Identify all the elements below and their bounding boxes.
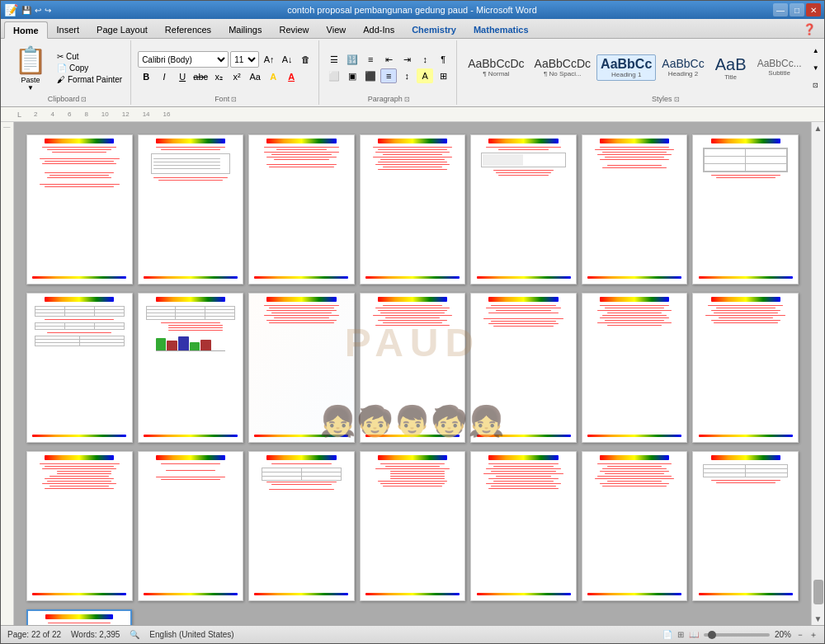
close-button[interactable]: ✕	[806, 3, 821, 16]
cut-button[interactable]: ✂ Cut	[54, 51, 125, 62]
maximize-button[interactable]: □	[790, 3, 804, 16]
view-fullscreen-icon[interactable]: ⊞	[677, 630, 684, 639]
scroll-down-button[interactable]: ▼	[813, 613, 824, 625]
decrease-font-btn[interactable]: A↓	[279, 52, 295, 67]
page-11[interactable]	[360, 293, 466, 443]
page-15[interactable]	[26, 451, 133, 601]
style-heading2[interactable]: AaBbCc Heading 2	[658, 55, 708, 80]
paragraph-expand-icon[interactable]: ⊡	[404, 96, 410, 103]
styles-more[interactable]: ⊡	[808, 78, 824, 92]
page-21[interactable]	[692, 451, 799, 601]
page-5[interactable]	[470, 134, 577, 284]
tab-view[interactable]: View	[318, 21, 355, 38]
underline-button[interactable]: U	[174, 69, 191, 84]
zoom-slider[interactable]	[704, 633, 770, 637]
align-left-button[interactable]: ⬜	[326, 68, 342, 83]
page-4[interactable]	[360, 134, 466, 284]
bullets-button[interactable]: ☰	[326, 52, 342, 67]
subscript-button[interactable]: x₂	[210, 69, 227, 84]
numbering-button[interactable]: 🔢	[344, 52, 361, 67]
tab-references[interactable]: References	[157, 21, 219, 38]
tab-insert[interactable]: Insert	[49, 21, 88, 38]
pages-container[interactable]: PAUD 👧🧒👦🧒👧	[14, 122, 811, 625]
scroll-thumb[interactable]	[813, 580, 823, 604]
cut-icon: ✂	[57, 52, 64, 61]
minimize-button[interactable]: —	[773, 3, 788, 16]
tab-home[interactable]: Home	[4, 21, 48, 39]
clipboard-expand-icon[interactable]: ⊡	[81, 96, 87, 103]
paste-dropdown-icon[interactable]: ▼	[27, 84, 34, 92]
increase-font-btn[interactable]: A↑	[261, 52, 277, 67]
scroll-up-button[interactable]: ▲	[813, 122, 824, 134]
increase-indent-button[interactable]: ⇥	[398, 52, 415, 67]
highlight-button[interactable]: A	[265, 69, 281, 84]
align-right-button[interactable]: ⬛	[362, 68, 379, 83]
style-heading1[interactable]: AaBbCc Heading 1	[596, 54, 656, 82]
zoom-increase-btn[interactable]: ＋	[809, 629, 818, 641]
styles-scroll-down[interactable]: ▼	[808, 60, 824, 75]
font-name-select[interactable]: Calibri (Body)	[138, 51, 229, 68]
tab-addins[interactable]: Add-Ins	[355, 21, 403, 38]
copy-button[interactable]: 📄 Copy	[54, 63, 125, 73]
borders-button[interactable]: ⊞	[435, 68, 451, 83]
page-6[interactable]	[582, 134, 688, 284]
style-no-spacing[interactable]: AaBbCcDc ¶ No Spaci...	[530, 55, 595, 80]
page-16[interactable]	[138, 451, 244, 601]
show-hide-button[interactable]: ¶	[435, 52, 451, 67]
page-20[interactable]	[582, 451, 688, 601]
line-spacing-button[interactable]: ↕	[398, 68, 415, 83]
tab-mathematics[interactable]: Mathematics	[465, 21, 537, 38]
font-color-button[interactable]: A	[283, 69, 299, 84]
page-9[interactable]	[138, 293, 244, 443]
align-center-button[interactable]: ▣	[344, 68, 361, 83]
page-1[interactable]	[26, 134, 133, 284]
styles-scroll-up[interactable]: ▲	[808, 43, 824, 58]
page-19[interactable]	[470, 451, 577, 601]
page-3[interactable]	[248, 134, 355, 284]
multilevel-button[interactable]: ≡	[362, 52, 379, 67]
decrease-indent-button[interactable]: ⇤	[380, 52, 397, 67]
styles-expand-icon[interactable]: ⊡	[674, 96, 680, 103]
page-17[interactable]	[248, 451, 355, 601]
justify-button[interactable]: ≡	[380, 68, 397, 83]
clipboard-group-label: Clipboard ⊡	[9, 95, 125, 103]
style-normal[interactable]: AaBbCcDc ¶ Normal	[464, 55, 528, 80]
quick-access-save[interactable]: 💾	[21, 6, 31, 15]
page-8[interactable]	[26, 293, 133, 443]
format-painter-button[interactable]: 🖌 Format Painter	[54, 74, 125, 85]
tab-review[interactable]: Review	[271, 21, 317, 38]
shading-button[interactable]: A	[417, 68, 433, 83]
style-subtitle[interactable]: AaBbCc... Subtitle	[753, 56, 806, 79]
zoom-decrease-btn[interactable]: －	[796, 629, 804, 641]
bold-button[interactable]: B	[138, 69, 154, 84]
page-10[interactable]	[248, 293, 355, 443]
page-18[interactable]	[360, 451, 466, 601]
sort-button[interactable]: ↕	[417, 52, 433, 67]
page-22[interactable]	[26, 609, 132, 625]
page-2[interactable]	[138, 134, 244, 284]
tab-page-layout[interactable]: Page Layout	[88, 21, 156, 38]
superscript-button[interactable]: x²	[229, 69, 245, 84]
page-7[interactable]	[692, 134, 799, 284]
quick-access-undo[interactable]: ↩	[35, 6, 41, 15]
strikethrough-button[interactable]: abc	[192, 69, 209, 84]
ribbon-help-icon[interactable]: ❓	[798, 21, 821, 38]
page-13[interactable]	[582, 293, 688, 443]
style-title[interactable]: AaB Title	[710, 53, 752, 83]
font-expand-icon[interactable]: ⊡	[231, 96, 237, 103]
paste-button[interactable]: 📋 Paste ▼	[9, 43, 52, 93]
change-case-button[interactable]: Aa	[247, 69, 263, 84]
pages-row-2: PAUD 👧🧒👦🧒👧	[22, 289, 803, 447]
italic-button[interactable]: I	[156, 69, 172, 84]
page-12[interactable]	[470, 293, 577, 443]
font-size-select[interactable]: 11	[230, 51, 259, 68]
view-print-icon[interactable]: 📄	[662, 630, 672, 639]
clear-format-btn[interactable]: 🗑	[297, 52, 314, 67]
tab-mailings[interactable]: Mailings	[220, 21, 270, 38]
page-14[interactable]	[692, 293, 799, 443]
paste-icon: 📋	[14, 45, 47, 76]
quick-access-redo[interactable]: ↪	[45, 6, 51, 15]
view-reading-icon[interactable]: 📖	[689, 630, 699, 639]
tab-chemistry[interactable]: Chemistry	[403, 21, 464, 38]
vertical-scrollbar[interactable]: ▲ ▼	[811, 122, 824, 625]
